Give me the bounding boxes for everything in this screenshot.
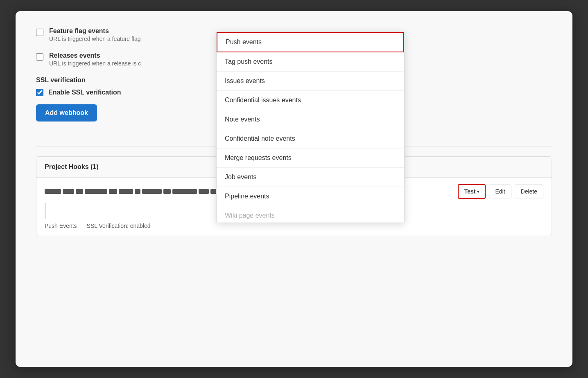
dropdown-item-job[interactable]: Job events: [217, 168, 404, 187]
hook-actions: Test ▾ Edit Delete: [458, 184, 543, 199]
dropdown-item-note[interactable]: Note events: [217, 110, 404, 129]
ssl-checkbox-label[interactable]: Enable SSL verification: [48, 89, 121, 96]
dropdown-item-push-events[interactable]: Push events: [217, 32, 404, 52]
delete-button[interactable]: Delete: [515, 184, 543, 198]
ssl-status-label: SSL Verification: enabled: [87, 223, 151, 229]
url-block: [45, 189, 61, 194]
main-window: Feature flag events URL is triggered whe…: [16, 11, 572, 367]
url-block: [63, 189, 74, 194]
releases-desc: URL is triggered when a release is c: [49, 60, 141, 67]
hook-status-bar: [45, 203, 46, 219]
url-block: [163, 189, 171, 194]
url-block: [172, 189, 197, 194]
dropdown-item-merge-requests[interactable]: Merge requests events: [217, 148, 404, 168]
url-block: [76, 189, 83, 194]
dropdown-item-issues[interactable]: Issues events: [217, 72, 404, 91]
dropdown-item-pipeline[interactable]: Pipeline events: [217, 187, 404, 206]
feature-flag-checkbox[interactable]: [36, 29, 43, 36]
edit-button[interactable]: Edit: [489, 184, 511, 198]
url-block: [109, 189, 117, 194]
releases-checkbox[interactable]: [36, 53, 43, 61]
chevron-down-icon: ▾: [477, 189, 479, 194]
dropdown-item-confidential-issues[interactable]: Confidential issues events: [217, 91, 404, 110]
url-block: [135, 189, 140, 194]
url-block: [85, 189, 107, 194]
test-button[interactable]: Test ▾: [458, 184, 486, 199]
ssl-checkbox[interactable]: [36, 89, 43, 96]
releases-title: Releases events: [49, 52, 141, 59]
add-webhook-button[interactable]: Add webhook: [36, 104, 97, 122]
dropdown-item-tag-push[interactable]: Tag push events: [217, 52, 404, 72]
url-block: [199, 189, 209, 194]
hook-meta: Push Events SSL Verification: enabled: [45, 223, 543, 229]
dropdown-item-confidential-note[interactable]: Confidential note events: [217, 129, 404, 148]
url-block: [119, 189, 133, 194]
test-dropdown: Push events Tag push events Issues event…: [216, 32, 405, 223]
dropdown-item-wiki[interactable]: Wiki page events: [217, 206, 404, 223]
url-block: [142, 189, 162, 194]
feature-flag-title: Feature flag events: [49, 27, 141, 35]
feature-flag-desc: URL is triggered when a feature flag: [49, 36, 141, 42]
push-events-label: Push Events: [45, 223, 77, 229]
